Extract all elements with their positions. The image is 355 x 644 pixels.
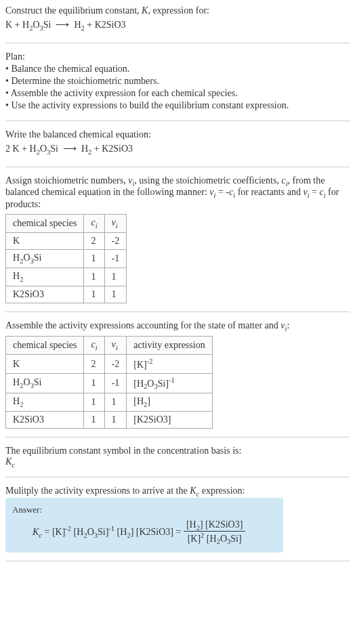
cell-ci: 2 [84,232,104,249]
cell-ci: 1 [84,373,104,393]
cell-species: K2SiO3 [6,412,84,429]
symbol-line1: The equilibrium constant symbol in the c… [5,446,350,456]
intro-equation: K + H2O3Si ⟶ H2 + K2SiO3 [5,19,350,32]
col-vi: νi [104,215,127,233]
table-row: K2SiO3 1 1 [K2SiO3] [6,412,213,429]
answer-expression: Kc = [K]-2 [H2O3Si]-1 [H2] [K2SiO3] = [H… [12,519,276,546]
table-row: H2 1 1 [6,267,127,286]
col-species: chemical species [6,215,84,233]
symbol-section: The equilibrium constant symbol in the c… [5,446,350,477]
cell-vi: -2 [104,355,127,374]
cell-species: H2O3Si [6,249,84,267]
plan-item: • Determine the stoichiometric numbers. [5,76,350,87]
cell-vi: -2 [104,232,127,249]
cell-species: H2O3Si [6,373,84,393]
cell-ci: 1 [84,393,104,412]
table-row: K2SiO3 1 1 [6,286,127,303]
fraction: [H2] [K2SiO3] [K]2 [H2O3Si] [184,519,245,546]
col-ci: ci [84,215,104,233]
intro-line1: Construct the equilibrium constant, K, e… [5,5,350,16]
stoich-section: Assign stoichiometric numbers, νi, using… [5,175,350,312]
plan-heading: Plan: [5,51,350,62]
cell-expr: [H2O3Si]-1 [127,373,212,393]
table-row: H2O3Si 1 -1 [6,249,127,267]
cell-species: H2 [6,267,84,286]
answer-box: Answer: Kc = [K]-2 [H2O3Si]-1 [H2] [K2Si… [5,498,283,553]
balanced-equation: 2 K + H2O3Si ⟶ H2 + K2SiO3 [5,143,350,156]
symbol-line2: Kc [5,456,350,469]
col-species: chemical species [6,337,84,355]
activity-table: chemical species ci νi activity expressi… [5,336,213,429]
plan-item: • Use the activity expressions to build … [5,100,350,111]
cell-vi: -1 [104,249,127,267]
cell-vi: 1 [104,393,127,412]
fraction-den: [K]2 [H2O3Si] [184,532,245,545]
multiply-heading: Mulitply the activity expressions to arr… [5,486,350,498]
plan-item: • Balance the chemical equation. [5,64,350,74]
cell-ci: 2 [84,355,104,374]
col-vi: νi [104,337,127,355]
intro-section: Construct the equilibrium constant, K, e… [5,5,350,43]
balanced-section: Write the balanced chemical equation: 2 … [5,129,350,167]
table-row: H2 1 1 [H2] [6,393,213,412]
table-row: H2O3Si 1 -1 [H2O3Si]-1 [6,373,213,393]
table-row: K 2 -2 [K]-2 [6,355,213,374]
cell-expr: [K]-2 [127,355,212,374]
cell-species: K [6,232,84,249]
cell-species: H2 [6,393,84,412]
cell-ci: 1 [84,286,104,303]
col-ci: ci [84,337,104,355]
cell-species: K2SiO3 [6,286,84,303]
cell-expr: [K2SiO3] [127,412,212,429]
balanced-heading: Write the balanced chemical equation: [5,129,350,140]
cell-ci: 1 [84,412,104,429]
multiply-section: Mulitply the activity expressions to arr… [5,486,350,561]
cell-vi: -1 [104,373,127,393]
table-header-row: chemical species ci νi activity expressi… [6,337,213,355]
plan-item: • Assemble the activity expression for e… [5,88,350,99]
cell-ci: 1 [84,267,104,286]
cell-expr: [H2] [127,393,212,412]
cell-ci: 1 [84,249,104,267]
stoich-table: chemical species ci νi K 2 -2 H2O3Si 1 -… [5,214,127,303]
cell-vi: 1 [104,267,127,286]
table-row: K 2 -2 [6,232,127,249]
answer-label: Answer: [12,505,276,515]
cell-vi: 1 [104,412,127,429]
cell-species: K [6,355,84,374]
table-header-row: chemical species ci νi [6,215,127,233]
activity-section: Assemble the activity expressions accoun… [5,320,350,438]
stoich-heading: Assign stoichiometric numbers, νi, using… [5,175,350,211]
plan-section: Plan: • Balance the chemical equation. •… [5,51,350,121]
activity-heading: Assemble the activity expressions accoun… [5,320,350,332]
fraction-num: [H2] [K2SiO3] [184,519,245,532]
col-expr: activity expression [127,337,212,355]
cell-vi: 1 [104,286,127,303]
